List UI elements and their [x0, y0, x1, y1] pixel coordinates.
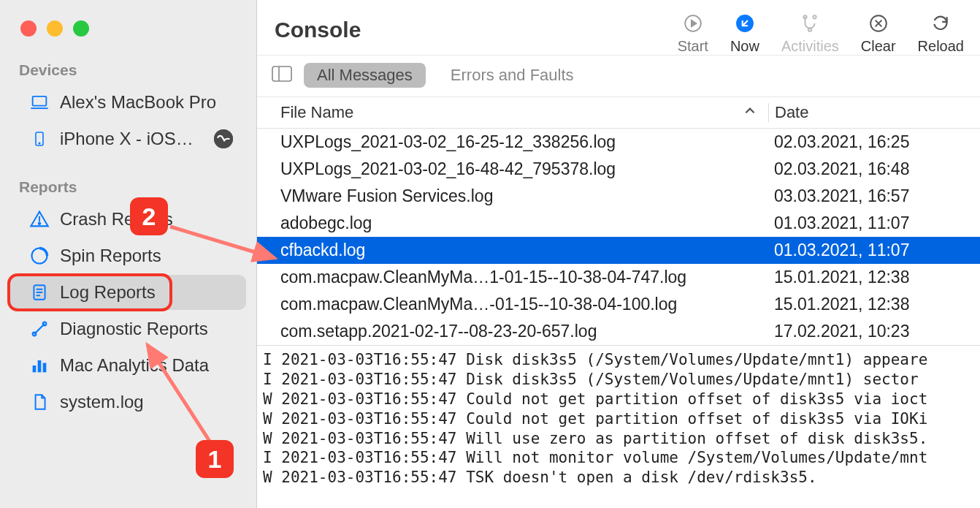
app-title: Console [275, 13, 678, 42]
filter-bar: All Messages Errors and Faults [257, 56, 980, 97]
table-header: File Name Date [257, 97, 980, 129]
spinner-icon [29, 246, 50, 266]
cell-date: 15.01.2021, 12:38 [768, 268, 980, 287]
cell-filename: UXPLogs_2021-03-02_16-48-42_795378.log [257, 159, 768, 179]
main-content: Console Start Now Activities [257, 0, 980, 508]
status-badge-icon [214, 129, 233, 148]
now-icon [735, 13, 755, 34]
reload-icon [930, 13, 951, 34]
device-macbook[interactable]: Alex's MacBook Pro [10, 85, 246, 120]
filter-errors-faults[interactable]: Errors and Faults [437, 63, 587, 88]
sort-ascending-icon[interactable] [732, 103, 768, 122]
toolbar-buttons: Start Now Activities Clear [678, 13, 964, 55]
cell-date: 15.01.2021, 12:38 [768, 295, 980, 314]
toolbar-label: Reload [918, 38, 964, 55]
window-controls [0, 7, 256, 54]
clear-icon [868, 13, 889, 34]
sidebar: Devices Alex's MacBook Pro iPhone X - iO… [0, 0, 257, 508]
sidebar-item-label: Spin Reports [60, 246, 233, 266]
tools-icon [29, 319, 50, 339]
devices-header: Devices [0, 54, 256, 83]
table-row[interactable]: com.setapp.2021-02-17--08-23-20-657.log1… [257, 318, 980, 345]
table-row[interactable]: cfbackd.log01.03.2021, 11:07 [257, 237, 980, 264]
cell-filename: VMware Fusion Services.log [257, 186, 768, 206]
close-window-button[interactable] [20, 20, 37, 37]
file-icon [29, 392, 50, 412]
bars-icon [29, 355, 50, 376]
annotation-badge-1: 1 [196, 440, 234, 478]
svg-rect-10 [38, 360, 42, 372]
device-label: iPhone X - iOS… [60, 129, 204, 149]
sidebar-item-diagnostic-reports[interactable]: Diagnostic Reports [10, 311, 246, 346]
sidebar-item-label: Mac Analytics Data [60, 355, 233, 376]
svg-point-15 [814, 15, 816, 18]
clear-button[interactable]: Clear [861, 13, 896, 55]
minimize-window-button[interactable] [47, 20, 63, 37]
sidebar-item-mac-analytics[interactable]: Mac Analytics Data [10, 348, 246, 383]
svg-rect-18 [272, 67, 291, 81]
sidebar-item-label: Log Reports [60, 282, 233, 303]
filter-all-messages[interactable]: All Messages [304, 63, 426, 88]
table-row[interactable]: UXPLogs_2021-03-02_16-25-12_338256.log02… [257, 129, 980, 156]
warning-icon [29, 209, 50, 230]
now-button[interactable]: Now [730, 13, 759, 55]
column-header-date[interactable]: Date [768, 103, 980, 122]
log-output: I 2021-03-03T16:55:47 Disk disk3s5 (/Sys… [257, 345, 980, 492]
start-button[interactable]: Start [678, 13, 708, 55]
annotation-badge-2: 2 [130, 197, 168, 235]
toolbar-label: Start [678, 38, 708, 55]
toolbar-label: Activities [781, 38, 839, 55]
sidebar-item-label: system.log [60, 392, 233, 412]
cell-date: 02.03.2021, 16:48 [768, 159, 980, 179]
svg-point-16 [808, 29, 811, 31]
activities-icon [800, 13, 820, 34]
cell-filename: com.setapp.2021-02-17--08-23-20-657.log [257, 322, 768, 341]
laptop-icon [29, 92, 50, 113]
toolbar-label: Now [730, 38, 759, 55]
svg-rect-9 [33, 365, 37, 372]
device-iphone[interactable]: iPhone X - iOS… [10, 121, 246, 156]
table-body: UXPLogs_2021-03-02_16-25-12_338256.log02… [257, 129, 980, 345]
sidebar-item-crash-reports[interactable]: Crash Reports [10, 202, 246, 237]
cell-filename: adobegc.log [257, 213, 768, 233]
table-row[interactable]: VMware Fusion Services.log03.03.2021, 16… [257, 183, 980, 210]
sidebar-item-system-log[interactable]: system.log [10, 384, 246, 420]
cell-date: 01.03.2021, 11:07 [768, 213, 980, 233]
zoom-window-button[interactable] [73, 20, 89, 37]
toolbar: Console Start Now Activities [257, 0, 980, 56]
table-row[interactable]: UXPLogs_2021-03-02_16-48-42_795378.log02… [257, 156, 980, 183]
reload-button[interactable]: Reload [918, 13, 964, 55]
table-row[interactable]: com.macpaw.CleanMyMa…-01-15--10-38-04-10… [257, 291, 980, 318]
cell-filename: UXPLogs_2021-03-02_16-25-12_338256.log [257, 132, 768, 152]
table-row[interactable]: com.macpaw.CleanMyMa…1-01-15--10-38-04-7… [257, 264, 980, 291]
document-icon [29, 282, 50, 303]
phone-icon [29, 129, 50, 149]
sidebar-toggle-icon[interactable] [272, 66, 292, 85]
cell-filename: com.macpaw.CleanMyMa…1-01-15--10-38-04-7… [257, 268, 768, 287]
svg-point-14 [804, 15, 807, 18]
svg-rect-11 [43, 363, 47, 373]
activities-button[interactable]: Activities [781, 13, 839, 55]
sidebar-item-log-reports[interactable]: Log Reports [10, 275, 246, 310]
play-icon [683, 13, 703, 34]
svg-point-4 [39, 223, 40, 224]
reports-header: Reports [0, 171, 256, 200]
sidebar-item-label: Diagnostic Reports [60, 319, 233, 339]
cell-filename: cfbackd.log [257, 240, 768, 260]
device-label: Alex's MacBook Pro [60, 92, 233, 113]
cell-date: 03.03.2021, 16:57 [768, 186, 980, 206]
table-row[interactable]: adobegc.log01.03.2021, 11:07 [257, 210, 980, 237]
sidebar-item-spin-reports[interactable]: Spin Reports [10, 238, 246, 273]
cell-filename: com.macpaw.CleanMyMa…-01-15--10-38-04-10… [257, 295, 768, 314]
cell-date: 02.03.2021, 16:25 [768, 132, 980, 152]
svg-rect-0 [33, 96, 47, 106]
column-header-filename[interactable]: File Name [257, 103, 732, 122]
toolbar-label: Clear [861, 38, 896, 55]
svg-point-2 [39, 143, 40, 144]
cell-date: 17.02.2021, 10:23 [768, 322, 980, 341]
cell-date: 01.03.2021, 11:07 [768, 240, 980, 260]
